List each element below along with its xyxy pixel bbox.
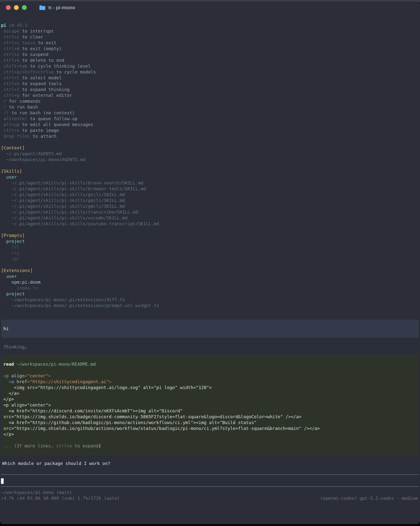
intro-help-block: pi v0.49.3 escape to interrupt ctrl+c to…	[0, 22, 420, 308]
terminal-line: <p align="center">	[3, 373, 417, 379]
terminal-line	[1, 139, 420, 145]
terminal-line: ~/.pi/agent/skills/pi-skills/gdcli/SKILL…	[1, 198, 420, 203]
token-stats: ↑4.7k ↓44 R3.8k $0.009 (sub) 1.7%/272k (…	[1, 495, 120, 501]
terminal-scrollback: pi v0.49.3 escape to interrupt ctrl+c to…	[0, 14, 420, 501]
user-message-panel: hi	[1, 320, 419, 338]
terminal-line: / for commands	[1, 98, 420, 104]
terminal-line: user	[1, 174, 420, 180]
terminal-line: /pr	[1, 256, 420, 262]
terminal-line: read ~/workspaces/pi-mono/README.md	[3, 361, 417, 367]
traffic-light-minimize[interactable]	[14, 5, 19, 10]
terminal-line: pi v0.49.3	[1, 22, 420, 28]
terminal-line: <a href="https://discord.com/invite/nKXT…	[3, 408, 417, 414]
terminal-line: alt+up to edit all queued messages	[1, 122, 420, 128]
terminal-line: project	[1, 291, 420, 297]
terminal-line: </p>	[3, 396, 417, 402]
prompt-editor[interactable]	[1, 475, 419, 486]
terminal-line: ~/workspaces/pi-mono/AGENTS.md	[1, 157, 420, 162]
traffic-light-close[interactable]	[6, 5, 11, 10]
terminal-line: !! to run bash (no context)	[1, 110, 420, 116]
terminal-line: alt+enter to queue follow-up	[1, 116, 420, 122]
terminal-line	[1, 162, 420, 168]
terminal-line: index.ts	[1, 285, 420, 291]
terminal-line: ~/.pi/agent/skills/pi-skills/gccli/SKILL…	[1, 192, 420, 198]
terminal-line: ctrl+c to clear	[1, 34, 420, 40]
terminal-line: ctrl+z to suspend	[1, 51, 420, 57]
terminal-line: ctrl+t to expand thinking	[1, 87, 420, 92]
terminal-line: npm:pi-doom	[1, 279, 420, 285]
terminal-line	[1, 227, 420, 233]
terminal-line: <a href="https://shittycodingagent.ai">	[3, 379, 417, 385]
terminal-line: [Context]	[1, 145, 420, 151]
assistant-message-text: Which module or package should I work on…	[2, 461, 420, 466]
terminal-line: escape to interrupt	[1, 28, 420, 34]
status-row: ↑4.7k ↓44 R3.8k $0.009 (sub) 1.7%/272k (…	[1, 495, 418, 501]
tool-call-panel: read ~/workspaces/pi-mono/README.md <p a…	[1, 355, 419, 455]
terminal-line	[3, 367, 417, 373]
model-info: (openai-codex) gpt-5.2-codex · medium	[320, 495, 418, 501]
terminal-line: user	[1, 273, 420, 279]
terminal-line: <a href="https://github.com/badlogic/pi-…	[3, 420, 417, 425]
cwd-label: ~/workspaces/pi-mono (main)	[1, 489, 418, 495]
terminal-line: /cl	[1, 244, 420, 250]
terminal-line: ctrl+g for external editor	[1, 92, 420, 98]
status-bar: ~/workspaces/pi-mono (main) ↑4.7k ↓44 R3…	[1, 489, 418, 501]
terminal-line: ~/.pi/agent/skills/pi-skills/browser-too…	[1, 186, 420, 192]
terminal-line: <img src="https://shittycodingagent.ai/l…	[3, 385, 417, 391]
window-title: π - pi-mono	[48, 5, 75, 10]
terminal-line: ctrl+l to select model	[1, 75, 420, 81]
terminal-line: ~/.pi/agent/skills/pi-skills/vscode/SKIL…	[1, 215, 420, 221]
terminal-line: /is	[1, 250, 420, 256]
terminal-line: drop files to attach	[1, 133, 420, 139]
terminal-line: ! to run bash	[1, 104, 420, 110]
terminal-line: ... (37 more lines, ctrl+o to expand)	[3, 443, 417, 449]
terminal-line: </p>	[3, 431, 417, 437]
terminal-line: project	[1, 238, 420, 244]
traffic-light-zoom[interactable]	[22, 5, 27, 10]
terminal-line: ctrl+p/shift+ctrl+p to cycle models	[1, 69, 420, 75]
terminal-line: ~/.pi/agent/AGENTS.md	[1, 151, 420, 157]
terminal-line: [Prompts]	[1, 233, 420, 238]
terminal-line: ctrl+o to expand tools	[1, 81, 420, 87]
terminal-line: [Skills]	[1, 168, 420, 174]
terminal-line: ~/.pi/agent/skills/pi-skills/transcribe/…	[1, 209, 420, 215]
terminal-line: [Extensions]	[1, 268, 420, 273]
terminal-line: </a>	[3, 391, 417, 396]
terminal-line: ~/workspaces/pi-mono/.pi/extensions/prom…	[1, 303, 420, 308]
titlebar: π - pi-mono	[0, 1, 420, 14]
terminal-line: ~/.pi/agent/skills/pi-skills/youtube-tra…	[1, 221, 420, 227]
thinking-indicator: Thinking…	[3, 344, 420, 350]
prompt-input-line[interactable]	[1, 478, 419, 484]
terminal-line: ctrl+c twice to exit	[1, 40, 420, 46]
user-message-text: hi	[3, 326, 417, 332]
terminal-window: π - pi-mono pi v0.49.3 escape to interru…	[0, 1, 420, 524]
terminal-line: <p align="center">	[3, 402, 417, 408]
terminal-line	[1, 262, 420, 268]
terminal-line: ~/.pi/agent/skills/pi-skills/gmcli/SKILL…	[1, 203, 420, 209]
terminal-line: ctrl+v to paste image	[1, 128, 420, 133]
folder-icon	[39, 5, 45, 10]
terminal-line: src="https://img.shields.io/github/actio…	[3, 425, 417, 431]
terminal-line: ~/.pi/agent/skills/pi-skills/brave-searc…	[1, 180, 420, 186]
terminal-line: shift+tab to cycle thinking level	[1, 63, 420, 69]
terminal-line	[3, 437, 417, 443]
text-cursor	[1, 478, 4, 484]
terminal-line: src="https://img.shields.io/badge/discor…	[3, 414, 417, 420]
terminal-line: ~/workspaces/pi-mono/.pi/extensions/diff…	[1, 297, 420, 303]
terminal-line: ctrl+d to exit (empty)	[1, 46, 420, 51]
terminal-line: ctrl+k to delete to end	[1, 57, 420, 63]
